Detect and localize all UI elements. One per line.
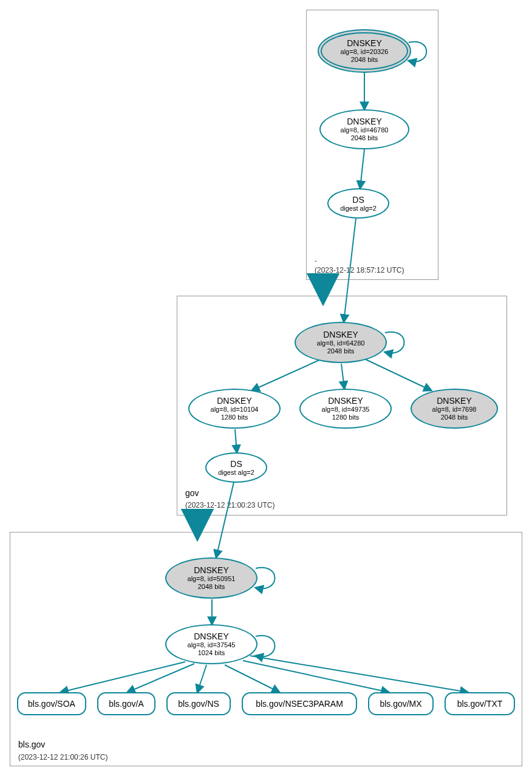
node-sub1: alg=8, id=7698 (412, 406, 497, 414)
node-sub2: 2048 bits (296, 347, 386, 355)
zone-root-ts: (2023-12-12 18:57:12 UTC) (315, 266, 404, 274)
node-sub1: alg=8, id=10104 (189, 406, 279, 414)
gov-ds-node: DS digest alg=2 (205, 452, 267, 483)
node-title: DNSKEY (166, 631, 256, 641)
node-sub2: 2048 bits (166, 583, 256, 591)
node-sub2: 1280 bits (189, 414, 279, 421)
node-title: DS (206, 459, 266, 469)
node-sub1: alg=8, id=50951 (166, 575, 256, 583)
rr-a-node: bls.gov/A (97, 692, 155, 715)
node-sub1: alg=8, id=20326 (319, 48, 410, 56)
rr-nsec3-node: bls.gov/NSEC3PARAM (242, 692, 357, 715)
node-title: DNSKEY (301, 396, 390, 406)
root-ds-node: DS digest alg=2 (327, 188, 389, 219)
node-sub2: 2048 bits (321, 134, 408, 142)
bls-zsk-node: DNSKEY alg=8, id=37545 1024 bits (165, 624, 257, 664)
zone-bls-ts: (2023-12-12 21:00:26 UTC) (18, 753, 107, 761)
node-title: DNSKEY (412, 396, 497, 406)
zone-bls-box (10, 532, 522, 766)
gov-ksk-node: DNSKEY alg=8, id=64280 2048 bits (295, 322, 387, 363)
node-title: DNSKEY (296, 330, 386, 339)
node-sub1: digest alg=2 (329, 205, 388, 213)
zone-gov-label: gov (185, 488, 199, 498)
node-title: DNSKEY (319, 38, 410, 48)
node-sub2: 2048 bits (319, 56, 410, 64)
node-title: DNSKEY (189, 396, 279, 406)
node-title: DNSKEY (321, 117, 408, 126)
zone-gov-ts: (2023-12-12 21:00:23 UTC) (185, 501, 275, 509)
bls-ksk-node: DNSKEY alg=8, id=50951 2048 bits (165, 557, 257, 599)
node-title: DS (329, 195, 388, 205)
root-ksk-node: DNSKEY alg=8, id=20326 2048 bits (318, 29, 411, 73)
gov-ksk2-node: DNSKEY alg=8, id=7698 2048 bits (411, 389, 498, 429)
node-sub2: 1280 bits (301, 414, 390, 421)
node-sub1: digest alg=2 (206, 469, 266, 477)
zone-bls-label: bls.gov (18, 740, 45, 749)
node-sub1: alg=8, id=46780 (321, 126, 408, 134)
node-sub2: 1024 bits (166, 649, 256, 657)
root-zsk-node: DNSKEY alg=8, id=46780 2048 bits (319, 109, 409, 149)
node-sub1: alg=8, id=49735 (301, 406, 390, 414)
node-sub1: alg=8, id=37545 (166, 641, 256, 649)
node-title: DNSKEY (166, 565, 256, 575)
rr-txt-node: bls.gov/TXT (445, 692, 515, 715)
rr-ns-node: bls.gov/NS (166, 692, 231, 715)
node-sub1: alg=8, id=64280 (296, 339, 386, 347)
gov-zsk2-node: DNSKEY alg=8, id=49735 1280 bits (299, 389, 392, 429)
rr-soa-node: bls.gov/SOA (17, 692, 86, 715)
node-sub2: 2048 bits (412, 414, 497, 421)
rr-mx-node: bls.gov/MX (368, 692, 434, 715)
zone-root-label: . (315, 254, 317, 264)
gov-zsk1-node: DNSKEY alg=8, id=10104 1280 bits (188, 389, 281, 429)
